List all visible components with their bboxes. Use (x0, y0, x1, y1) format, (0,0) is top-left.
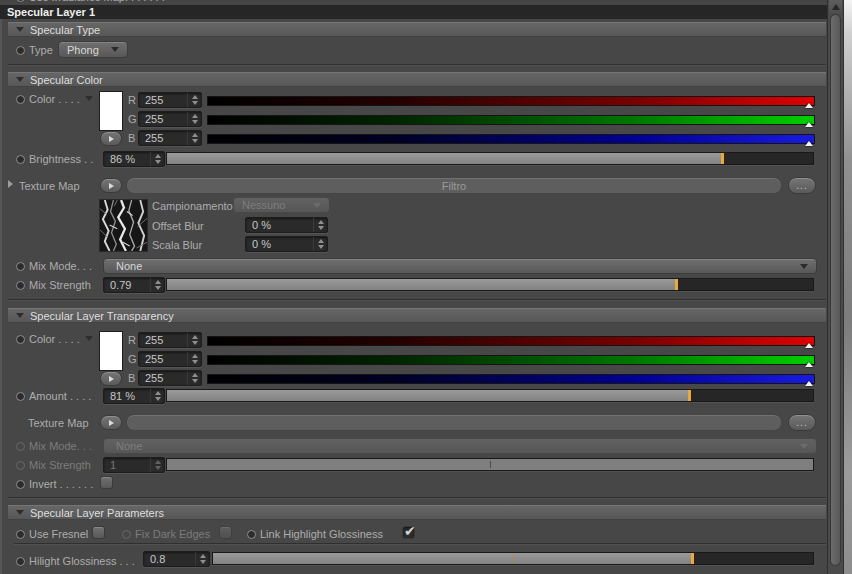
parameter-bullet[interactable] (16, 262, 25, 271)
expand-channels-button[interactable] (100, 371, 122, 386)
spinner-icon[interactable] (195, 552, 209, 566)
section-header-transparency[interactable]: Specular Layer Transparency (8, 308, 826, 323)
section-header-specular-type[interactable]: Specular Type (8, 22, 826, 37)
texture-arrow-button[interactable] (100, 178, 122, 193)
spinner-icon[interactable] (150, 389, 164, 403)
slider-marker-icon[interactable] (805, 343, 813, 348)
link-highlight-glossiness-label: Link Highlight Glossiness (260, 528, 383, 541)
spinner-icon[interactable] (313, 237, 327, 251)
channel-b-value: 255 (145, 132, 163, 144)
hilight-glossiness-slider[interactable] (212, 552, 814, 565)
scrollbar-up-button[interactable] (829, 0, 842, 13)
sampling-dropdown: Nessuno (233, 197, 330, 213)
channel-b-field[interactable]: 255 (138, 370, 202, 386)
brightness-field[interactable]: 86 % (103, 151, 165, 167)
section-header-parameters[interactable]: Specular Layer Parameters (8, 505, 826, 520)
channel-r-field[interactable]: 255 (138, 332, 202, 348)
color-swatch[interactable] (99, 91, 123, 131)
slider-handle[interactable] (691, 553, 694, 564)
offset-blur-field[interactable]: 0 % (245, 217, 328, 233)
hilight-glossiness-field[interactable]: 0.8 (143, 551, 210, 567)
texture-map-label: Texture Map (19, 180, 80, 193)
slider-marker-icon[interactable] (805, 103, 813, 108)
parameter-bullet[interactable] (16, 46, 25, 55)
green-gradient-slider[interactable] (207, 115, 815, 125)
spinner-icon[interactable] (187, 131, 201, 145)
slider-marker-icon[interactable] (805, 381, 813, 386)
color-swatch[interactable] (99, 331, 123, 371)
scrollbar[interactable] (827, 0, 843, 574)
texture-map-label: Texture Map (28, 417, 89, 430)
parameter-bullet[interactable] (16, 557, 25, 566)
parameter-bullet[interactable] (16, 95, 25, 104)
parameter-bullet-disabled (16, 442, 25, 451)
spinner-icon[interactable] (150, 152, 164, 166)
red-gradient-slider[interactable] (207, 336, 815, 346)
use-fresnel-checkbox[interactable] (92, 526, 105, 539)
scrollbar-up-icon (832, 4, 840, 10)
expand-channels-button[interactable] (100, 131, 122, 146)
texture-map-field[interactable]: Filtro (126, 177, 782, 194)
mix-strength-value: 1 (110, 459, 116, 471)
invert-checkbox[interactable] (100, 476, 113, 489)
texture-arrow-button[interactable] (100, 415, 122, 430)
parameter-bullet[interactable] (16, 281, 25, 290)
parameter-bullet[interactable] (16, 335, 25, 344)
green-gradient-slider[interactable] (207, 355, 815, 365)
slider-marker-icon[interactable] (805, 362, 813, 367)
channel-g-field[interactable]: 255 (138, 111, 202, 127)
parameter-bullet[interactable] (16, 0, 25, 2)
brightness-slider[interactable] (166, 152, 814, 165)
scale-blur-field[interactable]: 0 % (245, 236, 328, 252)
play-icon (109, 183, 114, 189)
spinner-icon[interactable] (187, 93, 201, 107)
parameter-bullet[interactable] (16, 392, 25, 401)
link-highlight-glossiness-checkbox[interactable]: ✔ (402, 526, 415, 539)
amount-field[interactable]: 81 % (103, 388, 165, 404)
spinner-icon[interactable] (187, 333, 201, 347)
spinner-icon[interactable] (150, 278, 164, 292)
mix-mode-dropdown-value: None (116, 260, 142, 272)
channel-r-field[interactable]: 255 (138, 92, 202, 108)
expander-icon[interactable] (8, 180, 13, 188)
mix-mode-label: Mix Mode. . . (29, 260, 92, 273)
parameter-bullet[interactable] (16, 155, 25, 164)
parameter-bullet[interactable] (16, 480, 25, 489)
spinner-icon[interactable] (187, 352, 201, 366)
texture-map-field[interactable] (126, 414, 782, 431)
channel-b-field[interactable]: 255 (138, 130, 202, 146)
texture-thumbnail[interactable] (99, 199, 148, 252)
parameter-bullet[interactable] (16, 530, 25, 539)
spinner-icon[interactable] (187, 112, 201, 126)
browse-button-label: ... (796, 180, 807, 191)
type-dropdown[interactable]: Phong (58, 41, 128, 58)
channel-g-field[interactable]: 255 (138, 351, 202, 367)
mix-strength-label: Mix Strength (29, 459, 91, 472)
scrollbar-thumb[interactable] (830, 14, 841, 566)
section-header-specular-color[interactable]: Specular Color (8, 72, 826, 87)
slider-default-tick (513, 555, 514, 562)
spinner-icon[interactable] (313, 218, 327, 232)
chevron-down-icon[interactable] (85, 96, 93, 101)
type-label: Type (29, 44, 53, 57)
slider-marker-icon[interactable] (805, 122, 813, 127)
browse-button[interactable]: ... (788, 177, 816, 194)
slider-marker-icon[interactable] (805, 141, 813, 146)
spinner-icon[interactable] (187, 371, 201, 385)
slider-handle[interactable] (675, 279, 678, 290)
mix-mode-dropdown: None (103, 438, 817, 454)
slider-handle[interactable] (721, 153, 724, 164)
parameter-bullet[interactable] (247, 530, 256, 539)
use-irradiance-map-label: Use Irradiance Map. . . . . . . (29, 0, 165, 4)
divider (8, 497, 826, 498)
red-gradient-slider[interactable] (207, 96, 815, 106)
amount-slider[interactable] (166, 389, 814, 402)
mix-strength-field[interactable]: 0.79 (103, 277, 165, 293)
mix-mode-dropdown[interactable]: None (103, 258, 817, 274)
slider-handle[interactable] (688, 390, 691, 401)
blue-gradient-slider[interactable] (207, 374, 815, 384)
browse-button[interactable]: ... (788, 414, 816, 431)
chevron-down-icon[interactable] (85, 336, 93, 341)
mix-strength-slider[interactable] (166, 278, 814, 291)
blue-gradient-slider[interactable] (207, 134, 815, 144)
